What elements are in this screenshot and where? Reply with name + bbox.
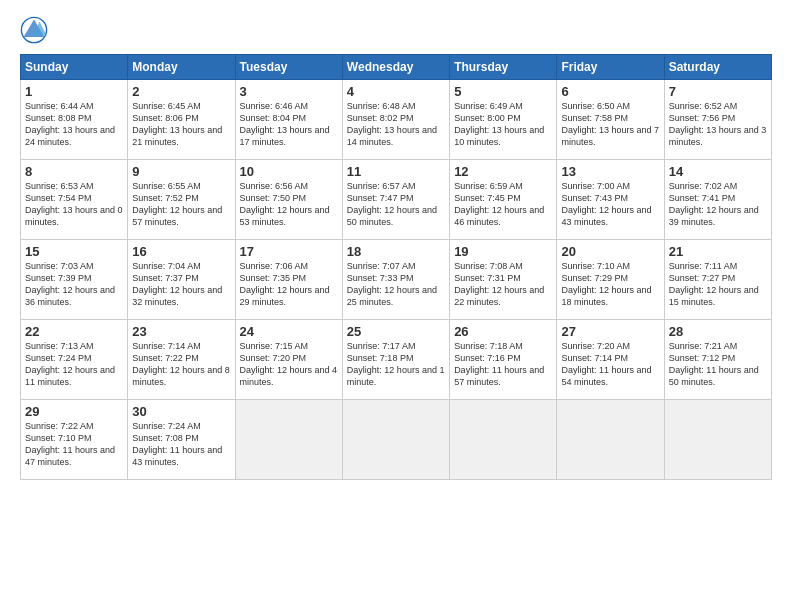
- day-info: Sunrise: 6:48 AM Sunset: 8:02 PM Dayligh…: [347, 100, 445, 149]
- day-cell-30: 30Sunrise: 7:24 AM Sunset: 7:08 PM Dayli…: [128, 400, 235, 480]
- day-cell-15: 15Sunrise: 7:03 AM Sunset: 7:39 PM Dayli…: [21, 240, 128, 320]
- day-number: 14: [669, 164, 767, 179]
- day-number: 6: [561, 84, 659, 99]
- day-number: 30: [132, 404, 230, 419]
- weekday-header-thursday: Thursday: [450, 55, 557, 80]
- calendar-week-1: 1Sunrise: 6:44 AM Sunset: 8:08 PM Daylig…: [21, 80, 772, 160]
- calendar-week-4: 22Sunrise: 7:13 AM Sunset: 7:24 PM Dayli…: [21, 320, 772, 400]
- day-cell-1: 1Sunrise: 6:44 AM Sunset: 8:08 PM Daylig…: [21, 80, 128, 160]
- empty-cell: [664, 400, 771, 480]
- day-info: Sunrise: 7:10 AM Sunset: 7:29 PM Dayligh…: [561, 260, 659, 309]
- day-cell-10: 10Sunrise: 6:56 AM Sunset: 7:50 PM Dayli…: [235, 160, 342, 240]
- day-info: Sunrise: 7:20 AM Sunset: 7:14 PM Dayligh…: [561, 340, 659, 389]
- weekday-header-monday: Monday: [128, 55, 235, 80]
- calendar-week-5: 29Sunrise: 7:22 AM Sunset: 7:10 PM Dayli…: [21, 400, 772, 480]
- day-cell-24: 24Sunrise: 7:15 AM Sunset: 7:20 PM Dayli…: [235, 320, 342, 400]
- day-info: Sunrise: 6:55 AM Sunset: 7:52 PM Dayligh…: [132, 180, 230, 229]
- day-number: 18: [347, 244, 445, 259]
- weekday-header-sunday: Sunday: [21, 55, 128, 80]
- day-number: 8: [25, 164, 123, 179]
- day-number: 15: [25, 244, 123, 259]
- day-number: 16: [132, 244, 230, 259]
- day-cell-22: 22Sunrise: 7:13 AM Sunset: 7:24 PM Dayli…: [21, 320, 128, 400]
- day-cell-4: 4Sunrise: 6:48 AM Sunset: 8:02 PM Daylig…: [342, 80, 449, 160]
- day-number: 7: [669, 84, 767, 99]
- day-number: 2: [132, 84, 230, 99]
- day-info: Sunrise: 7:17 AM Sunset: 7:18 PM Dayligh…: [347, 340, 445, 389]
- day-info: Sunrise: 7:08 AM Sunset: 7:31 PM Dayligh…: [454, 260, 552, 309]
- day-info: Sunrise: 7:18 AM Sunset: 7:16 PM Dayligh…: [454, 340, 552, 389]
- day-info: Sunrise: 6:49 AM Sunset: 8:00 PM Dayligh…: [454, 100, 552, 149]
- day-number: 11: [347, 164, 445, 179]
- day-number: 3: [240, 84, 338, 99]
- day-info: Sunrise: 6:56 AM Sunset: 7:50 PM Dayligh…: [240, 180, 338, 229]
- day-info: Sunrise: 6:46 AM Sunset: 8:04 PM Dayligh…: [240, 100, 338, 149]
- day-info: Sunrise: 7:03 AM Sunset: 7:39 PM Dayligh…: [25, 260, 123, 309]
- day-info: Sunrise: 7:04 AM Sunset: 7:37 PM Dayligh…: [132, 260, 230, 309]
- day-info: Sunrise: 7:14 AM Sunset: 7:22 PM Dayligh…: [132, 340, 230, 389]
- day-cell-27: 27Sunrise: 7:20 AM Sunset: 7:14 PM Dayli…: [557, 320, 664, 400]
- day-info: Sunrise: 7:06 AM Sunset: 7:35 PM Dayligh…: [240, 260, 338, 309]
- day-info: Sunrise: 7:24 AM Sunset: 7:08 PM Dayligh…: [132, 420, 230, 469]
- day-cell-6: 6Sunrise: 6:50 AM Sunset: 7:58 PM Daylig…: [557, 80, 664, 160]
- day-number: 23: [132, 324, 230, 339]
- logo-icon: [20, 16, 48, 44]
- logo: [20, 16, 52, 44]
- day-info: Sunrise: 7:07 AM Sunset: 7:33 PM Dayligh…: [347, 260, 445, 309]
- day-info: Sunrise: 6:52 AM Sunset: 7:56 PM Dayligh…: [669, 100, 767, 149]
- day-number: 29: [25, 404, 123, 419]
- weekday-header-friday: Friday: [557, 55, 664, 80]
- day-cell-23: 23Sunrise: 7:14 AM Sunset: 7:22 PM Dayli…: [128, 320, 235, 400]
- day-info: Sunrise: 6:44 AM Sunset: 8:08 PM Dayligh…: [25, 100, 123, 149]
- day-cell-5: 5Sunrise: 6:49 AM Sunset: 8:00 PM Daylig…: [450, 80, 557, 160]
- day-info: Sunrise: 6:59 AM Sunset: 7:45 PM Dayligh…: [454, 180, 552, 229]
- day-cell-21: 21Sunrise: 7:11 AM Sunset: 7:27 PM Dayli…: [664, 240, 771, 320]
- day-cell-13: 13Sunrise: 7:00 AM Sunset: 7:43 PM Dayli…: [557, 160, 664, 240]
- day-info: Sunrise: 7:15 AM Sunset: 7:20 PM Dayligh…: [240, 340, 338, 389]
- day-number: 25: [347, 324, 445, 339]
- day-info: Sunrise: 6:53 AM Sunset: 7:54 PM Dayligh…: [25, 180, 123, 229]
- day-info: Sunrise: 7:00 AM Sunset: 7:43 PM Dayligh…: [561, 180, 659, 229]
- day-cell-12: 12Sunrise: 6:59 AM Sunset: 7:45 PM Dayli…: [450, 160, 557, 240]
- empty-cell: [235, 400, 342, 480]
- day-cell-18: 18Sunrise: 7:07 AM Sunset: 7:33 PM Dayli…: [342, 240, 449, 320]
- day-info: Sunrise: 7:13 AM Sunset: 7:24 PM Dayligh…: [25, 340, 123, 389]
- day-info: Sunrise: 7:02 AM Sunset: 7:41 PM Dayligh…: [669, 180, 767, 229]
- day-number: 20: [561, 244, 659, 259]
- day-number: 26: [454, 324, 552, 339]
- day-info: Sunrise: 7:11 AM Sunset: 7:27 PM Dayligh…: [669, 260, 767, 309]
- day-number: 21: [669, 244, 767, 259]
- day-cell-19: 19Sunrise: 7:08 AM Sunset: 7:31 PM Dayli…: [450, 240, 557, 320]
- day-info: Sunrise: 6:57 AM Sunset: 7:47 PM Dayligh…: [347, 180, 445, 229]
- day-number: 24: [240, 324, 338, 339]
- day-number: 5: [454, 84, 552, 99]
- day-cell-16: 16Sunrise: 7:04 AM Sunset: 7:37 PM Dayli…: [128, 240, 235, 320]
- day-number: 27: [561, 324, 659, 339]
- day-info: Sunrise: 7:21 AM Sunset: 7:12 PM Dayligh…: [669, 340, 767, 389]
- day-number: 22: [25, 324, 123, 339]
- day-info: Sunrise: 6:45 AM Sunset: 8:06 PM Dayligh…: [132, 100, 230, 149]
- day-cell-26: 26Sunrise: 7:18 AM Sunset: 7:16 PM Dayli…: [450, 320, 557, 400]
- day-number: 13: [561, 164, 659, 179]
- day-cell-8: 8Sunrise: 6:53 AM Sunset: 7:54 PM Daylig…: [21, 160, 128, 240]
- weekday-header-tuesday: Tuesday: [235, 55, 342, 80]
- calendar-week-2: 8Sunrise: 6:53 AM Sunset: 7:54 PM Daylig…: [21, 160, 772, 240]
- day-cell-9: 9Sunrise: 6:55 AM Sunset: 7:52 PM Daylig…: [128, 160, 235, 240]
- day-cell-20: 20Sunrise: 7:10 AM Sunset: 7:29 PM Dayli…: [557, 240, 664, 320]
- empty-cell: [557, 400, 664, 480]
- day-cell-29: 29Sunrise: 7:22 AM Sunset: 7:10 PM Dayli…: [21, 400, 128, 480]
- weekday-header-wednesday: Wednesday: [342, 55, 449, 80]
- day-cell-14: 14Sunrise: 7:02 AM Sunset: 7:41 PM Dayli…: [664, 160, 771, 240]
- day-cell-25: 25Sunrise: 7:17 AM Sunset: 7:18 PM Dayli…: [342, 320, 449, 400]
- weekday-header-saturday: Saturday: [664, 55, 771, 80]
- day-number: 28: [669, 324, 767, 339]
- day-cell-11: 11Sunrise: 6:57 AM Sunset: 7:47 PM Dayli…: [342, 160, 449, 240]
- day-cell-28: 28Sunrise: 7:21 AM Sunset: 7:12 PM Dayli…: [664, 320, 771, 400]
- calendar: SundayMondayTuesdayWednesdayThursdayFrid…: [20, 54, 772, 480]
- calendar-week-3: 15Sunrise: 7:03 AM Sunset: 7:39 PM Dayli…: [21, 240, 772, 320]
- day-number: 1: [25, 84, 123, 99]
- empty-cell: [450, 400, 557, 480]
- day-cell-2: 2Sunrise: 6:45 AM Sunset: 8:06 PM Daylig…: [128, 80, 235, 160]
- day-cell-3: 3Sunrise: 6:46 AM Sunset: 8:04 PM Daylig…: [235, 80, 342, 160]
- empty-cell: [342, 400, 449, 480]
